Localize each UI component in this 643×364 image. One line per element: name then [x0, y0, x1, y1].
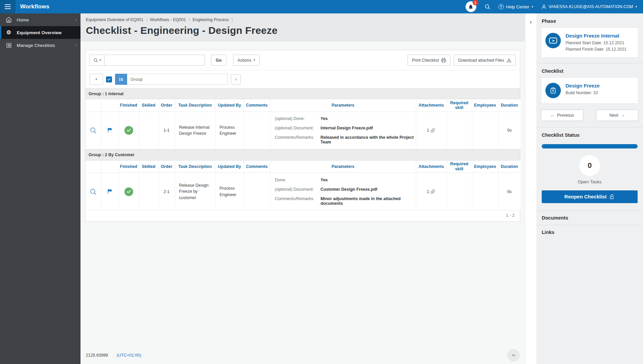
search-icon: [484, 4, 490, 10]
required-skill-cell: [446, 112, 472, 149]
employees-cell: [472, 173, 498, 210]
app-title: Workflows: [20, 3, 49, 10]
report-table-group-2: Finished Skilled Order Task Description …: [86, 161, 521, 211]
column-header[interactable]: Employees: [472, 161, 498, 173]
search-input[interactable]: [104, 55, 205, 66]
breadcrumb-item[interactable]: Engieering Process: [193, 17, 229, 22]
breadcrumb-item[interactable]: Workflows - EQ001: [150, 17, 186, 22]
column-header[interactable]: Updated By: [215, 161, 244, 173]
menu-button[interactable]: [0, 0, 15, 13]
paperclip-icon: [430, 189, 435, 194]
chevron-down-icon: ▾: [532, 5, 533, 8]
comments-cell: [244, 173, 270, 210]
column-header[interactable]: Finished: [118, 161, 139, 173]
breadcrumb-separator: \: [189, 17, 190, 22]
duration-cell: 0s: [498, 173, 521, 210]
skilled-cell: [139, 112, 158, 149]
column-header[interactable]: Comments: [244, 99, 270, 112]
order-cell: 2-1: [158, 173, 175, 210]
phase-title-link[interactable]: Design Freeze Internal: [566, 33, 627, 39]
column-header[interactable]: Comments: [244, 161, 270, 173]
report-table-group-1: Finished Skilled Order Task Description …: [86, 99, 521, 149]
documents-heading[interactable]: Documents: [536, 211, 643, 225]
column-header[interactable]: Order: [158, 99, 175, 112]
control-dropdown-button[interactable]: ▾: [90, 74, 103, 85]
print-checklist-button[interactable]: Print Checklist: [408, 55, 450, 66]
notifications-button[interactable]: 1: [466, 1, 476, 12]
control-break-checkbox[interactable]: [106, 76, 112, 82]
sidebar-item-manage-checklists[interactable]: Manage Checklists ›: [0, 39, 81, 52]
magnifier-icon: [90, 127, 97, 134]
chevron-right-icon: ›: [75, 43, 76, 48]
column-header[interactable]: Skilled: [139, 161, 158, 173]
control-break-icon[interactable]: [115, 74, 127, 85]
column-header[interactable]: Parameters: [270, 161, 416, 173]
reopen-checklist-button[interactable]: Reopen Checklist: [542, 190, 638, 203]
column-header[interactable]: Required skill: [446, 161, 472, 173]
report-toolbar: ▾ Go Actions ▾ Print Checklist: [86, 50, 520, 70]
panel-collapse-button[interactable]: [525, 13, 536, 32]
order-cell: 1-1: [158, 112, 175, 149]
next-button[interactable]: Next →: [596, 110, 638, 121]
report-region: ▾ Go Actions ▾ Print Checklist: [81, 42, 525, 347]
checklist-progress-bar: [542, 144, 638, 148]
employees-cell: [472, 112, 498, 149]
sidebar-item-equipment-overview[interactable]: ⚙ Equipment Overview: [0, 26, 81, 39]
chevron-up-icon: [511, 353, 516, 358]
scroll-top-button[interactable]: [507, 349, 520, 361]
row-flag-button[interactable]: [101, 112, 118, 149]
column-header[interactable]: Skilled: [139, 99, 158, 112]
checklist-title-link[interactable]: Design Freeze: [566, 83, 600, 88]
help-center-menu[interactable]: ? Help Center ▾: [498, 4, 533, 9]
column-header[interactable]: Parameters: [270, 99, 416, 112]
planned-finish-date: Planned Finish Date: 15.12.2021: [566, 47, 627, 52]
control-break-label[interactable]: Group: [127, 74, 228, 85]
column-header[interactable]: Finished: [118, 99, 139, 112]
magnifier-icon: [90, 188, 97, 195]
links-heading[interactable]: Links: [536, 225, 643, 239]
row-flag-button[interactable]: [101, 173, 118, 210]
breadcrumb-separator: \: [146, 17, 147, 22]
topbar: Workflows 1 ? Help Center ▾: [0, 0, 643, 13]
table-row: 1-1 Release Internal Design Freeze Proce…: [86, 112, 521, 149]
checklist-card: Design Freeze Build Number: 10: [541, 77, 638, 104]
search-column-button[interactable]: ▾: [90, 55, 104, 66]
column-header[interactable]: Updated By: [215, 99, 244, 112]
help-icon: ?: [498, 4, 504, 9]
control-break-row: ▾ Gr: [86, 70, 520, 88]
page-title: Checklist - Engineering - Design Freeze: [86, 25, 525, 36]
go-button[interactable]: Go: [211, 55, 226, 66]
column-header[interactable]: Task Description: [175, 99, 215, 112]
previous-button[interactable]: ← Previous: [541, 110, 583, 121]
user-menu[interactable]: VANESSA.KLUGE@AIS-AUTOMATION.COM ▾: [541, 4, 637, 9]
parameters-cell: Done: Yes (optional) Document: Customer …: [270, 173, 416, 210]
attachments-cell[interactable]: 1: [416, 112, 446, 149]
column-header[interactable]: Order: [158, 161, 175, 173]
sidebar-item-home[interactable]: Home ›: [0, 13, 81, 26]
column-header[interactable]: Attachments: [416, 99, 446, 112]
column-header[interactable]: Duration: [498, 99, 521, 112]
column-header[interactable]: Employees: [472, 99, 498, 112]
column-header[interactable]: Attachments: [416, 161, 446, 173]
duration-cell: 0s: [498, 112, 521, 149]
open-tasks-count: 0: [579, 155, 600, 176]
row-detail-button[interactable]: [86, 173, 101, 210]
timezone-link[interactable]: (UTC+01:00): [117, 353, 141, 358]
side-panel: Phase » Design Freeze Internal Planned S…: [536, 13, 643, 364]
column-header[interactable]: Duration: [498, 161, 521, 173]
global-search-button[interactable]: [484, 4, 490, 10]
chevron-down-icon: ▾: [99, 59, 101, 62]
column-header[interactable]: Task Description: [175, 161, 215, 173]
remove-break-button[interactable]: [231, 74, 241, 84]
chevron-down-icon: ▾: [254, 59, 255, 62]
close-icon: [234, 77, 238, 81]
clipboard-icon: [545, 83, 561, 98]
download-attached-files-button[interactable]: Download attached Files: [454, 55, 516, 66]
breadcrumb-item[interactable]: Equipment Overview of EQ001: [86, 17, 144, 22]
actions-button[interactable]: Actions ▾: [233, 55, 260, 66]
planned-start-date: Planned Start Date: 15.12.2021: [566, 40, 627, 46]
attachments-cell[interactable]: 1: [416, 173, 446, 210]
phase-icon: »: [545, 33, 561, 48]
row-detail-button[interactable]: [86, 112, 101, 149]
column-header[interactable]: Required skill: [446, 99, 472, 112]
